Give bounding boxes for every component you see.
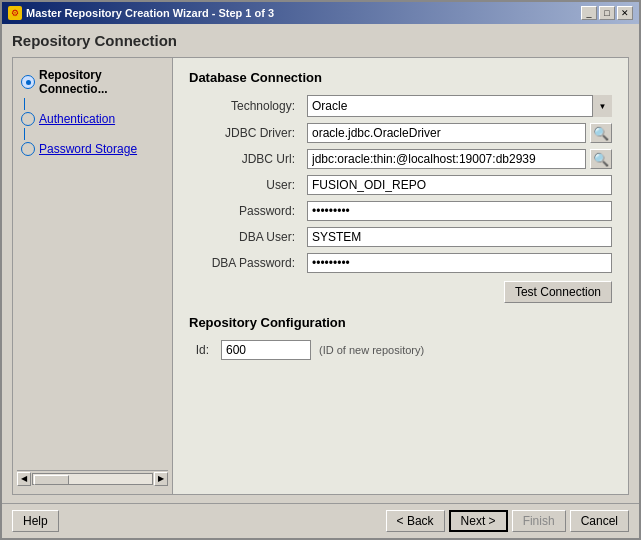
app-icon: ⚙ <box>8 6 22 20</box>
db-connection-form: Technology: Oracle ▼ JDBC Driver: <box>189 95 612 273</box>
wizard-window: ⚙ Master Repository Creation Wizard - St… <box>0 0 641 540</box>
title-bar: ⚙ Master Repository Creation Wizard - St… <box>2 2 639 24</box>
help-button[interactable]: Help <box>12 510 59 532</box>
sidebar-item-authentication[interactable]: Authentication <box>17 110 168 128</box>
test-connection-button[interactable]: Test Connection <box>504 281 612 303</box>
technology-select[interactable]: Oracle <box>307 95 612 117</box>
password-label: Password: <box>189 204 299 218</box>
dba-user-label: DBA User: <box>189 230 299 244</box>
sidebar-scrollbar: ◀ ▶ <box>17 470 168 486</box>
sidebar-label-repo-conn: Repository Connectio... <box>39 68 164 96</box>
sidebar-icon-repo-conn <box>21 75 35 89</box>
password-input[interactable] <box>307 201 612 221</box>
back-button[interactable]: < Back <box>386 510 445 532</box>
repo-id-input[interactable] <box>221 340 311 360</box>
main-area: Repository Connectio... Authentication <box>12 57 629 495</box>
finish-button[interactable]: Finish <box>512 510 566 532</box>
sidebar-label-auth[interactable]: Authentication <box>39 112 115 126</box>
jdbc-url-browse-btn[interactable]: 🔍 <box>590 149 612 169</box>
dba-password-input[interactable] <box>307 253 612 273</box>
scroll-right-btn[interactable]: ▶ <box>154 472 168 486</box>
dba-user-input[interactable] <box>307 227 612 247</box>
close-button[interactable]: ✕ <box>617 6 633 20</box>
maximize-button[interactable]: □ <box>599 6 615 20</box>
next-button[interactable]: Next > <box>449 510 508 532</box>
sidebar-icon-pwd <box>21 142 35 156</box>
repo-config-title: Repository Configuration <box>189 315 612 330</box>
jdbc-url-input[interactable] <box>307 149 586 169</box>
sidebar-icon-auth <box>21 112 35 126</box>
db-connection-title: Database Connection <box>189 70 612 85</box>
magnifier-icon-2: 🔍 <box>593 152 609 167</box>
sidebar-label-pwd[interactable]: Password Storage <box>39 142 137 156</box>
page-title: Repository Connection <box>12 32 629 49</box>
sidebar: Repository Connectio... Authentication <box>13 58 173 494</box>
test-connection-row: Test Connection <box>189 281 612 303</box>
jdbc-driver-browse-btn[interactable]: 🔍 <box>590 123 612 143</box>
jdbc-driver-input[interactable] <box>307 123 586 143</box>
magnifier-icon: 🔍 <box>593 126 609 141</box>
cancel-button[interactable]: Cancel <box>570 510 629 532</box>
technology-label: Technology: <box>189 99 299 113</box>
id-label: Id: <box>193 343 213 357</box>
repo-config-section: Repository Configuration Id: (ID of new … <box>189 315 612 360</box>
sidebar-item-password-storage[interactable]: Password Storage <box>17 140 168 158</box>
window-content: Repository Connection Repository Connect… <box>2 24 639 503</box>
scroll-left-btn[interactable]: ◀ <box>17 472 31 486</box>
jdbc-url-label: JDBC Url: <box>189 152 299 166</box>
sidebar-item-repository-connection[interactable]: Repository Connectio... <box>17 66 168 98</box>
id-hint: (ID of new repository) <box>319 344 424 356</box>
minimize-button[interactable]: _ <box>581 6 597 20</box>
jdbc-driver-label: JDBC Driver: <box>189 126 299 140</box>
user-input[interactable] <box>307 175 612 195</box>
footer: Help < Back Next > Finish Cancel <box>2 503 639 538</box>
user-label: User: <box>189 178 299 192</box>
window-title: Master Repository Creation Wizard - Step… <box>26 7 274 19</box>
content-area: Database Connection Technology: Oracle ▼ <box>173 58 628 494</box>
dba-password-label: DBA Password: <box>189 256 299 270</box>
